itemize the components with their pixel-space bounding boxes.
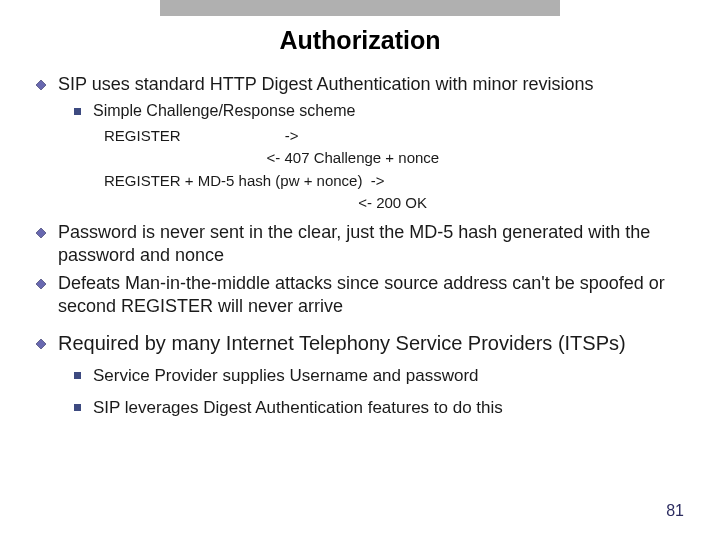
top-decoration-bar [160,0,560,16]
bullet-text: Password is never sent in the clear, jus… [58,221,688,268]
sequence-line: <- 200 OK [104,192,688,215]
sequence-line: <- 407 Challenge + nonce [104,147,688,170]
bullet-level1: Password is never sent in the clear, jus… [36,221,688,268]
bullet-text: Required by many Internet Telephony Serv… [58,330,626,356]
diamond-icon [36,228,46,238]
bullet-text: Service Provider supplies Username and p… [93,364,479,388]
svg-marker-1 [36,228,46,238]
square-icon [74,108,81,115]
slide: Authorization SIP uses standard HTTP Dig… [0,0,720,540]
slide-title: Authorization [0,26,720,55]
bullet-text: Simple Challenge/Response scheme [93,100,355,122]
sequence-line: REGISTER + MD-5 hash (pw + nonce) -> [104,170,688,193]
svg-marker-2 [36,279,46,289]
bullet-level1: Required by many Internet Telephony Serv… [36,330,688,356]
bullet-level1: SIP uses standard HTTP Digest Authentica… [36,73,688,96]
svg-marker-0 [36,80,46,90]
bullet-text: SIP uses standard HTTP Digest Authentica… [58,73,594,96]
bullet-level2: Service Provider supplies Username and p… [74,364,688,388]
bullet-level2: SIP leverages Digest Authentication feat… [74,396,688,420]
bullet-text: Defeats Man-in-the-middle attacks since … [58,272,688,319]
slide-body: SIP uses standard HTTP Digest Authentica… [0,73,720,420]
diamond-icon [36,279,46,289]
bullet-level2: Simple Challenge/Response scheme [74,100,688,122]
bullet-text: SIP leverages Digest Authentication feat… [93,396,503,420]
sequence-line: REGISTER -> [104,125,688,148]
square-icon [74,404,81,411]
square-icon [74,372,81,379]
svg-marker-3 [36,339,46,349]
bullet-level1: Defeats Man-in-the-middle attacks since … [36,272,688,319]
diamond-icon [36,339,46,349]
page-number: 81 [666,502,684,520]
diamond-icon [36,80,46,90]
